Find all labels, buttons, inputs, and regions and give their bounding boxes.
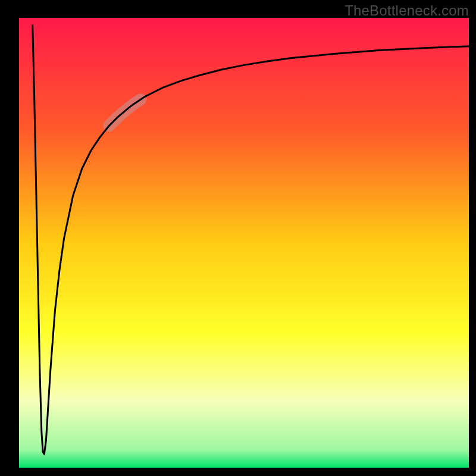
chart-frame: TheBottleneck.com	[0, 0, 476, 476]
watermark-text: TheBottleneck.com	[345, 2, 469, 19]
chart-svg	[0, 0, 476, 476]
gradient-bg	[19, 18, 469, 468]
plot-area	[0, 0, 476, 476]
